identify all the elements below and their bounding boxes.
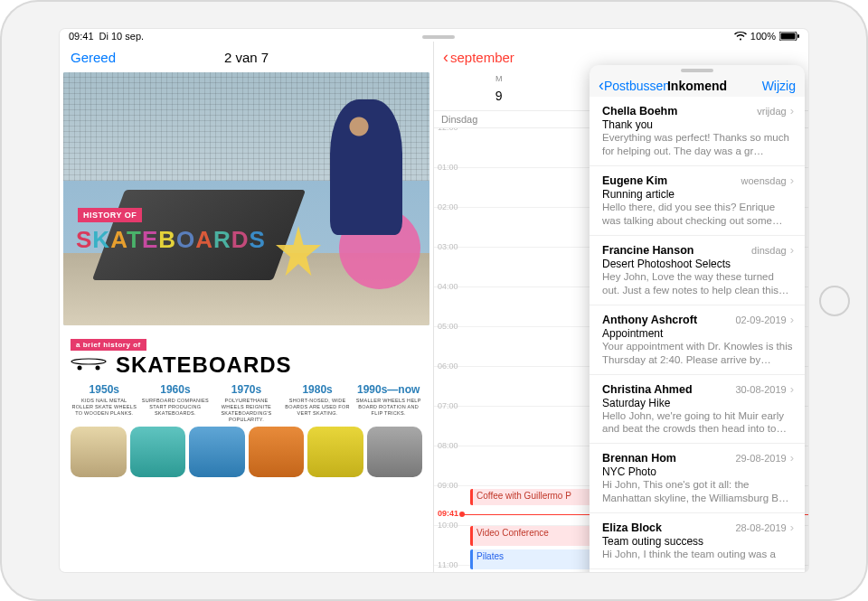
mail-item[interactable]: Anthony Ashcroft02-09-2019AppointmentYou… xyxy=(590,305,805,375)
battery-percent: 100% xyxy=(750,31,776,42)
svg-rect-1 xyxy=(780,33,795,40)
mail-subject: Thank you xyxy=(602,118,794,131)
brief-tag: a brief history of xyxy=(71,339,146,351)
hero-tag: HISTORY OF xyxy=(78,208,142,222)
decade-year: 1990s—now xyxy=(354,383,422,396)
mail-date: 02-09-2019 xyxy=(735,313,794,326)
board-1980s xyxy=(249,427,305,477)
mail-sender: Eugene Kim xyxy=(602,174,667,187)
mail-sender: Brennan Hom xyxy=(602,452,676,465)
mail-item[interactable]: Christina Ahmed30-08-2019Saturday HikeHe… xyxy=(590,375,805,445)
mail-sender: Francine Hanson xyxy=(602,244,693,257)
mail-subject: Desert Photoshoot Selects xyxy=(602,258,794,270)
status-time: 09:41 xyxy=(69,31,94,42)
decade-1980s: 1980sSHORT-NOSED, WIDE BOARDS ARE USED F… xyxy=(284,383,352,423)
ipad-frame: 09:41 Di 10 sep. 100% Gereed 2 van 7 xyxy=(0,0,868,601)
decade-1990s—now: 1990s—nowSMALLER WHEELS HELP BOARD ROTAT… xyxy=(354,383,422,423)
article-section: a brief history of SKATEBOARDS 1950sKIDS… xyxy=(63,329,429,481)
hero-image: HISTORY OF SKATEBOARDS xyxy=(63,72,429,325)
decade-desc: POLYURETHANE WHEELS REIGNITE SKATEBOARDI… xyxy=(212,398,280,423)
skateboard-icon xyxy=(71,358,107,371)
mail-subject: Running article xyxy=(602,188,794,201)
status-bar: 09:41 Di 10 sep. 100% xyxy=(60,29,808,42)
mail-subject: Team outing success xyxy=(602,535,794,548)
month-label: september xyxy=(450,50,514,65)
board-1960s xyxy=(130,427,186,477)
multitask-handle-top[interactable] xyxy=(422,35,455,39)
mail-subject: Appointment xyxy=(602,327,794,340)
mail-date: dinsdag xyxy=(751,243,794,257)
mail-item[interactable]: Eliza Block28-08-2019Team outing success… xyxy=(590,513,805,569)
mail-list[interactable]: Chella BoehmvrijdagThank youEverything w… xyxy=(590,97,805,572)
safari-app: Gereed 2 van 7 HISTORY OF SKATEBOARDS xyxy=(60,42,434,572)
mail-preview: Hello John, we're going to hit Muir earl… xyxy=(602,409,794,437)
mail-preview: Hi John, This one's got it all: the Manh… xyxy=(602,478,794,505)
board-extra xyxy=(367,427,423,477)
decade-year: 1970s xyxy=(212,383,280,396)
mail-preview: Hey John, Love the way these turned out.… xyxy=(602,270,794,297)
done-button[interactable]: Gereed xyxy=(71,50,116,65)
mail-preview: Your appointment with Dr. Knowles is thi… xyxy=(602,340,794,367)
board-1950s xyxy=(71,427,127,477)
board-1990s xyxy=(307,427,363,477)
brief-title: SKATEBOARDS xyxy=(116,352,292,378)
home-button[interactable] xyxy=(819,286,850,316)
mail-date: vrijdag xyxy=(757,104,794,117)
chevron-left-icon: ‹ xyxy=(443,48,448,67)
mail-preview: Hello there, did you see this? Enrique w… xyxy=(602,201,794,228)
svg-point-4 xyxy=(78,366,82,371)
decade-desc: SURFBOARD COMPANIES START PRODUCING SKAT… xyxy=(142,398,210,423)
svg-point-3 xyxy=(71,359,106,364)
mail-subject: NYC Photo xyxy=(602,465,794,478)
mail-preview: Everything was perfect! Thanks so much f… xyxy=(602,131,794,158)
mail-back-button[interactable]: ‹ Postbussen xyxy=(599,76,670,95)
mail-item[interactable]: Eugene KimwoensdagRunning articleHello t… xyxy=(590,166,805,236)
now-time: 09:41 xyxy=(438,509,458,518)
mail-sender: Christina Ahmed xyxy=(602,383,693,396)
mail-sender: Anthony Ashcroft xyxy=(602,314,697,326)
wifi-icon xyxy=(734,32,747,41)
decade-1950s: 1950sKIDS NAIL METAL ROLLER SKATE WHEELS… xyxy=(71,383,138,423)
mail-edit-button[interactable]: Wijzig xyxy=(762,79,796,93)
day-cell[interactable]: M9 xyxy=(438,72,560,110)
page-counter: 2 van 7 xyxy=(224,50,269,65)
boards-row xyxy=(71,427,422,477)
mail-title: Inkomend xyxy=(667,79,727,93)
mail-sender: Chella Boehm xyxy=(602,105,677,117)
mail-date: woensdag xyxy=(741,174,795,187)
svg-point-5 xyxy=(96,366,100,371)
mail-date: 28-08-2019 xyxy=(735,521,794,534)
decade-desc: SMALLER WHEELS HELP BOARD ROTATION AND F… xyxy=(354,398,422,423)
decade-year: 1950s xyxy=(71,383,138,396)
decade-year: 1960s xyxy=(142,383,210,396)
board-1970s xyxy=(189,427,245,477)
mail-slideover[interactable]: ‹ Postbussen Inkomend Wijzig Chella Boeh… xyxy=(590,65,805,572)
status-date: Di 10 sep. xyxy=(99,31,145,42)
decade-1970s: 1970sPOLYURETHANE WHEELS REIGNITE SKATEB… xyxy=(212,383,280,423)
mail-preview: Hi John, I think the team outing was a xyxy=(602,548,794,561)
battery-icon xyxy=(779,32,799,41)
decade-1960s: 1960sSURFBOARD COMPANIES START PRODUCING… xyxy=(142,383,210,423)
mail-item[interactable]: Chella BoehmvrijdagThank youEverything w… xyxy=(590,97,805,166)
hero-title: SKATEBOARDS xyxy=(76,226,266,254)
decade-desc: KIDS NAIL METAL ROLLER SKATE WHEELS TO W… xyxy=(71,398,138,423)
mail-date: 30-08-2019 xyxy=(735,382,794,396)
mail-subject: Saturday Hike xyxy=(602,397,794,409)
mail-sender: Eliza Block xyxy=(602,521,662,534)
svg-rect-2 xyxy=(797,34,799,38)
decade-desc: SHORT-NOSED, WIDE BOARDS ARE USED FOR VE… xyxy=(284,398,352,423)
mail-item[interactable]: Brennan Hom29-08-2019NYC PhotoHi John, T… xyxy=(590,444,805,513)
now-dot xyxy=(459,512,465,517)
decade-year: 1980s xyxy=(284,383,352,396)
mail-item[interactable]: Francine HansondinsdagDesert Photoshoot … xyxy=(590,236,805,305)
mail-date: 29-08-2019 xyxy=(735,451,794,465)
